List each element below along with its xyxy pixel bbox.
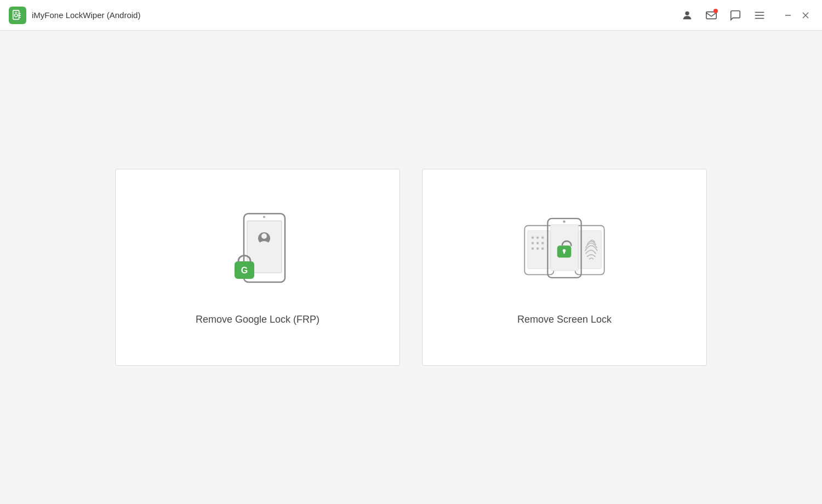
title-left: iMyFone LockWiper (Android) — [9, 7, 140, 24]
svg-point-1 — [15, 14, 18, 17]
svg-point-25 — [532, 248, 534, 250]
svg-text:G: G — [241, 266, 248, 275]
svg-point-27 — [541, 248, 544, 250]
svg-point-26 — [536, 248, 539, 250]
frp-card[interactable]: G Remove Google Lock (FRP) — [115, 169, 400, 366]
chat-button[interactable] — [728, 8, 743, 23]
svg-point-2 — [685, 11, 689, 15]
profile-button[interactable] — [680, 8, 695, 23]
svg-point-32 — [563, 220, 566, 223]
svg-point-14 — [261, 233, 267, 239]
menu-button[interactable] — [752, 8, 767, 23]
svg-point-21 — [541, 236, 544, 239]
app-logo — [9, 7, 26, 24]
screenlock-illustration — [521, 211, 608, 296]
svg-rect-0 — [13, 10, 19, 19]
svg-point-12 — [263, 216, 265, 218]
main-content: G Remove Google Lock (FRP) — [0, 31, 822, 504]
close-button[interactable] — [798, 8, 813, 23]
screenlock-card-label: Remove Screen Lock — [517, 314, 612, 325]
svg-point-23 — [536, 242, 539, 244]
svg-point-20 — [536, 236, 539, 239]
svg-point-19 — [532, 236, 534, 239]
frp-card-label: Remove Google Lock (FRP) — [196, 314, 319, 325]
minimize-button[interactable] — [780, 8, 796, 23]
title-right — [680, 8, 813, 23]
svg-point-24 — [541, 242, 544, 244]
mail-badge — [713, 9, 718, 13]
svg-rect-35 — [563, 251, 565, 254]
screenlock-icon-area — [521, 210, 608, 297]
title-bar: iMyFone LockWiper (Android) — [0, 0, 822, 31]
frp-icon-area: G — [214, 210, 301, 297]
screenlock-card[interactable]: Remove Screen Lock — [422, 169, 707, 366]
svg-point-22 — [532, 242, 534, 244]
app-title: iMyFone LockWiper (Android) — [32, 10, 140, 20]
mail-button[interactable] — [704, 8, 719, 23]
window-controls — [780, 8, 813, 23]
frp-illustration: G — [219, 211, 296, 296]
